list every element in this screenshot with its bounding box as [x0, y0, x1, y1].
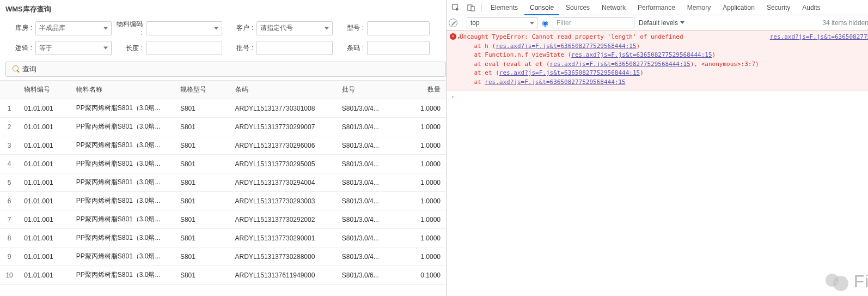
table-row[interactable]: 801.01.001PP聚丙烯树脂S801（3.0熔...S801ARDYL15… [0, 229, 446, 247]
table-row[interactable]: 901.01.001PP聚丙烯树脂S801（3.0熔...S801ARDYL15… [0, 247, 446, 266]
devtools-panel: ElementsConsoleSourcesNetworkPerformance… [447, 0, 868, 296]
row-index: 7 [0, 210, 19, 229]
cell-barcode: ARDYL1513137730295005 [230, 155, 337, 173]
stack-link[interactable]: res.axd?js=F.js&t=636508277529568444:15 [571, 51, 712, 58]
cell-qty: 1.0000 [396, 210, 446, 229]
row-index: 3 [0, 136, 19, 155]
row-index: 6 [0, 192, 19, 210]
eye-icon[interactable]: ◉ [542, 19, 548, 27]
stack-link[interactable]: res.axd?js=F.js&t=636508277529568444:15 [496, 43, 636, 50]
cell-qty: 1.0000 [396, 118, 446, 136]
table-row[interactable]: 501.01.001PP聚丙烯树脂S801（3.0熔...S801ARDYL15… [0, 173, 446, 192]
clear-console-icon[interactable] [449, 19, 457, 27]
devtools-tab-audits[interactable]: Audits [797, 0, 826, 15]
material-code-dropdown[interactable] [146, 21, 222, 35]
error-icon: ✕ [450, 33, 456, 40]
cell-spec: S801 [175, 192, 230, 210]
barcode-input[interactable] [367, 41, 430, 55]
table-row[interactable]: 201.01.001PP聚丙烯树脂S801（3.0熔...S801ARDYL15… [0, 118, 446, 136]
cell-material-name: PP聚丙烯树脂S801（3.0熔... [71, 229, 175, 247]
svg-rect-2 [471, 7, 474, 11]
console-filter-input[interactable]: Filter [553, 17, 634, 28]
col-spec[interactable]: 规格型号 [175, 81, 230, 99]
table-row[interactable]: 401.01.001PP聚丙烯树脂S801（3.0熔...S801ARDYL15… [0, 155, 446, 173]
query-button[interactable]: 查询 [5, 62, 446, 77]
cell-spec: S801 [175, 99, 230, 118]
devtools-tab-performance[interactable]: Performance [632, 0, 681, 15]
logic-dropdown[interactable]: 等于 [35, 41, 112, 55]
stack-link[interactable]: res.axd?js=F.js&t=636508277529568444:15 [485, 78, 625, 86]
cell-batch: S801/3.0/6... [337, 266, 397, 285]
cell-material-no: 01.01.001 [19, 99, 71, 118]
col-material-name[interactable]: 物料名称 [71, 81, 175, 99]
row-index: 5 [0, 173, 19, 192]
length-input[interactable] [146, 41, 222, 55]
cell-material-name: PP聚丙烯树脂S801（3.0熔... [71, 266, 175, 285]
table-row[interactable]: 601.01.001PP聚丙烯树脂S801（3.0熔...S801ARDYL15… [0, 192, 446, 210]
col-qty[interactable]: 数量 [396, 81, 446, 99]
row-index: 4 [0, 155, 19, 173]
warehouse-value: 半成品库 [39, 23, 65, 33]
cell-spec: S801 [175, 247, 230, 266]
cell-barcode: ARDYL1513137730293003 [230, 192, 337, 210]
devtools-tab-application[interactable]: Application [717, 0, 760, 15]
batch-input[interactable] [256, 41, 333, 55]
table-row[interactable]: 701.01.001PP聚丙烯树脂S801（3.0熔...S801ARDYL15… [0, 210, 446, 229]
col-material-no[interactable]: 物料编号 [19, 81, 71, 99]
stack-frame: at Function.n.f_viewState (res.axd?js=F.… [460, 51, 759, 60]
row-index: 1 [0, 99, 19, 118]
cell-batch: S801/3.0/4... [337, 229, 397, 247]
devtools-tab-network[interactable]: Network [596, 0, 631, 15]
console-body[interactable]: ✕ ▸ Uncaught TypeError: Cannot read prop… [447, 31, 868, 296]
error-source-link[interactable]: res.axd?js=F.js&t=636508277529568444:15 [770, 33, 868, 87]
devtools-tab-memory[interactable]: Memory [682, 0, 716, 15]
expand-arrow-icon[interactable]: ▸ [457, 33, 461, 43]
cell-material-no: 01.01.001 [19, 192, 71, 210]
chevron-down-icon [530, 22, 534, 25]
col-batch[interactable]: 批号 [337, 81, 397, 99]
devtools-tab-elements[interactable]: Elements [485, 0, 523, 15]
cell-spec: S801 [175, 266, 230, 285]
cell-material-name: PP聚丙烯树脂S801（3.0熔... [71, 173, 175, 192]
row-index: 9 [0, 247, 19, 266]
customer-dropdown[interactable]: 请指定代号 [256, 21, 333, 35]
grid-header-row: 物料编号 物料名称 规格型号 条码 批号 数量 [0, 81, 446, 99]
cell-material-no: 01.01.001 [19, 136, 71, 155]
stack-link[interactable]: res.axd?js=F.js&t=636508277529568444:15 [550, 61, 690, 68]
cell-qty: 1.0000 [396, 247, 446, 266]
cell-qty: 1.0000 [396, 192, 446, 210]
table-row[interactable]: 301.01.001PP聚丙烯树脂S801（3.0熔...S801ARDYL15… [0, 136, 446, 155]
context-select[interactable]: top [467, 17, 537, 28]
warehouse-dropdown[interactable]: 半成品库 [35, 21, 112, 35]
model-input[interactable] [367, 21, 430, 35]
cell-material-no: 01.01.001 [19, 173, 71, 192]
col-barcode[interactable]: 条码 [230, 81, 337, 99]
cell-spec: S801 [175, 229, 230, 247]
device-toggle-icon[interactable] [464, 1, 478, 15]
cell-batch: S801/3.0/4... [337, 99, 397, 118]
cell-batch: S801/3.0/4... [337, 247, 397, 266]
table-row[interactable]: 1001.01.001PP聚丙烯树脂S801（3.0熔...S801ARDYL1… [0, 266, 446, 285]
query-button-label: 查询 [22, 64, 36, 74]
stack-frame: at h (res.axd?js=F.js&t=6365082775295684… [460, 42, 759, 51]
devtools-tab-console[interactable]: Console [524, 0, 559, 15]
console-error-entry[interactable]: ✕ ▸ Uncaught TypeError: Cannot read prop… [447, 31, 868, 90]
stack-link[interactable]: res.axd?js=F.js&t=636508277529568444:15 [499, 69, 640, 76]
result-grid[interactable]: 物料编号 物料名称 规格型号 条码 批号 数量 101.01.001PP聚丙烯树… [0, 80, 446, 296]
chevron-down-icon [680, 21, 684, 24]
hidden-items-msg: 34 items hidden by filters [822, 19, 868, 27]
cell-spec: S801 [175, 173, 230, 192]
inspect-icon[interactable] [449, 1, 463, 15]
chevron-down-icon [103, 47, 108, 50]
table-row[interactable]: 101.01.001PP聚丙烯树脂S801（3.0熔...S801ARDYL15… [0, 99, 446, 118]
console-toolbar: top ◉ Filter Default levels 34 items hid… [447, 15, 868, 31]
cell-material-no: 01.01.001 [19, 155, 71, 173]
devtools-tab-sources[interactable]: Sources [560, 0, 595, 15]
console-prompt[interactable]: › [447, 90, 868, 104]
filter-placeholder: Filter [557, 19, 571, 27]
devtools-tab-security[interactable]: Security [761, 0, 796, 15]
log-levels-select[interactable]: Default levels [639, 19, 684, 27]
cell-material-name: PP聚丙烯树脂S801（3.0熔... [71, 99, 175, 118]
chevron-down-icon [325, 27, 329, 29]
cell-spec: S801 [175, 136, 230, 155]
